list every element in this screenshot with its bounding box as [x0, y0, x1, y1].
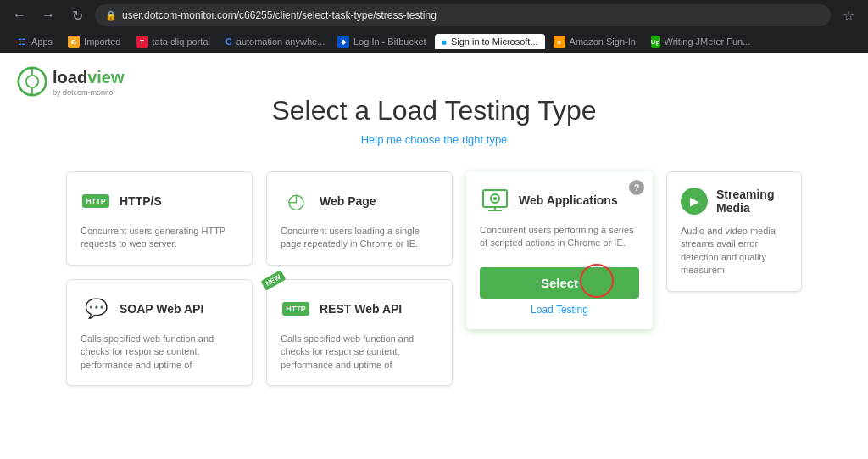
browser-actions: ☆	[837, 4, 860, 26]
card-soap[interactable]: 💬 SOAP Web API Calls specified web funct…	[66, 279, 253, 386]
load-testing-link[interactable]: Load Testing	[480, 304, 639, 316]
tab-tata[interactable]: T tata cliq portal	[130, 34, 217, 49]
card-rest-desc: Calls specified web function and checks …	[281, 333, 438, 372]
address-bar[interactable]: 🔒 user.dotcom-monitor.com/c66255/client/…	[95, 4, 831, 26]
loadview-logo-icon	[17, 66, 47, 97]
svg-point-1	[26, 76, 38, 87]
tab-microsoft-label: Sign in to Microsoft...	[451, 36, 538, 47]
lock-icon: 🔒	[105, 10, 117, 21]
card-streaming-title: Streaming Media	[716, 188, 787, 215]
webapps-icon	[480, 185, 510, 216]
tabs-bar: ☷ Apps B Imported T tata cliq portal G a…	[0, 31, 868, 53]
card-webpage-header: ◴ Web Page	[281, 186, 438, 216]
page-title: Select a Load Testing Type	[271, 95, 596, 126]
select-button[interactable]: Select	[480, 267, 639, 299]
rest-icon: HTTP	[281, 294, 311, 324]
tab-bitbucket[interactable]: ◆ Log In - Bitbucket	[331, 34, 433, 49]
card-rest-header: HTTP REST Web API	[281, 294, 438, 324]
apps-favicon: ☷	[15, 36, 27, 48]
logo-sub: by dotcom-monitor	[53, 88, 124, 97]
page-content: loadview by dotcom-monitor Select a Load…	[0, 53, 868, 459]
tab-jmeter-label: Writing JMeter Fun...	[665, 36, 751, 47]
left-column: HTTP HTTP/S Concurrent users generating …	[66, 171, 253, 386]
tab-imported[interactable]: B Imported	[61, 34, 127, 49]
tab-apps-label: Apps	[31, 36, 53, 47]
forward-button[interactable]: →	[37, 4, 59, 26]
card-streaming-header: ▶ Streaming Media	[681, 186, 787, 216]
card-webapps-title: Web Applications	[519, 193, 618, 207]
logo-area: loadview by dotcom-monitor	[17, 66, 124, 97]
tata-favicon: T	[136, 36, 148, 48]
gear-svg	[480, 185, 510, 216]
middle-left-column: ◴ Web Page Concurrent users loading a si…	[266, 171, 453, 386]
google-favicon: G	[225, 36, 232, 48]
tab-amazon-label: Amazon Sign-In	[570, 36, 636, 47]
card-webpage[interactable]: ◴ Web Page Concurrent users loading a si…	[266, 171, 453, 266]
card-streaming-desc: Audio and video media streams avail erro…	[681, 225, 787, 277]
new-badge: NEW	[261, 270, 287, 291]
card-webapps-header: Web Applications	[480, 185, 639, 216]
card-http-desc: Concurrent users generating HTTP request…	[81, 225, 238, 251]
microsoft-favicon: ■	[442, 36, 447, 48]
tab-tata-label: tata cliq portal	[153, 36, 210, 47]
tab-automation[interactable]: G automation anywhe...	[219, 34, 329, 49]
card-soap-header: 💬 SOAP Web API	[81, 294, 238, 324]
help-link[interactable]: Help me choose the right type	[361, 133, 508, 146]
card-rest[interactable]: NEW HTTP REST Web API Calls specified we…	[266, 279, 453, 386]
logo-load: load	[53, 68, 87, 87]
card-webapps[interactable]: ? Web Applications Concurrent users perf…	[466, 171, 653, 329]
tab-automation-label: automation anywhe...	[236, 36, 326, 47]
card-http[interactable]: HTTP HTTP/S Concurrent users generating …	[66, 171, 253, 266]
tab-imported-label: Imported	[84, 36, 120, 47]
reload-button[interactable]: ↻	[66, 4, 88, 26]
card-http-header: HTTP HTTP/S	[81, 186, 238, 216]
tab-bitbucket-label: Log In - Bitbucket	[353, 36, 426, 47]
amazon-favicon: a	[554, 36, 565, 48]
http-icon: HTTP	[81, 186, 111, 216]
card-webpage-desc: Concurrent users loading a single page r…	[281, 225, 438, 251]
logo-text: loadview by dotcom-monitor	[53, 66, 124, 97]
upwork-favicon: Up	[651, 36, 660, 48]
streaming-icon: ▶	[681, 186, 708, 216]
atlassian-favicon: ◆	[337, 36, 349, 48]
logo-main: loadview	[53, 66, 124, 88]
bookmark-button[interactable]: ☆	[837, 4, 860, 26]
tab-amazon[interactable]: a Amazon Sign-In	[547, 34, 643, 49]
cards-container: HTTP HTTP/S Concurrent users generating …	[66, 171, 802, 386]
svg-point-8	[493, 197, 497, 200]
select-button-container: Select	[480, 259, 639, 304]
card-webapps-desc: Concurrent users performing a series of …	[480, 224, 639, 250]
imported-favicon: B	[68, 36, 80, 48]
nav-bar: ← → ↻ 🔒 user.dotcom-monitor.com/c66255/c…	[0, 0, 868, 31]
tab-microsoft[interactable]: ■ Sign in to Microsoft...	[435, 34, 545, 49]
soap-icon: 💬	[81, 294, 111, 324]
card-streaming[interactable]: ▶ Streaming Media Audio and video media …	[666, 171, 802, 292]
help-badge[interactable]: ?	[629, 180, 644, 195]
tab-jmeter[interactable]: Up Writing JMeter Fun...	[644, 34, 754, 49]
card-soap-title: SOAP Web API	[120, 302, 203, 316]
back-button[interactable]: ←	[8, 4, 31, 26]
card-soap-desc: Calls specified web function and checks …	[81, 333, 238, 372]
card-http-title: HTTP/S	[120, 194, 162, 208]
url-text: user.dotcom-monitor.com/c66255/client/se…	[122, 9, 437, 21]
logo-view: view	[87, 68, 124, 87]
webpage-icon: ◴	[281, 186, 311, 216]
tab-apps[interactable]: ☷ Apps	[8, 34, 59, 49]
card-rest-title: REST Web API	[320, 302, 402, 316]
card-webpage-title: Web Page	[320, 194, 376, 208]
